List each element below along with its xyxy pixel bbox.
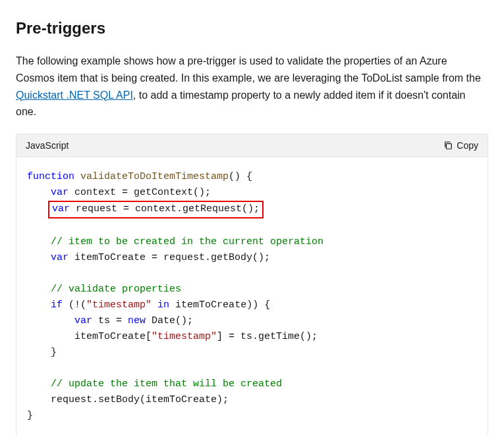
comment: // update the item that will be created <box>51 378 282 390</box>
code-block: JavaScript Copy function validateToDoIte… <box>16 134 488 435</box>
section-heading: Pre-triggers <box>16 16 488 41</box>
kw-in: in <box>157 299 169 311</box>
kw-function: function <box>27 171 74 182</box>
code-text: ts = <box>92 315 128 326</box>
code-text: itemToCreate[ <box>74 331 152 342</box>
code-language-label: JavaScript <box>26 138 69 153</box>
kw-new: new <box>128 315 146 326</box>
fn-name: validateToDoItemTimestamp <box>80 171 229 182</box>
kw-var: var <box>74 315 92 326</box>
code-text: } <box>27 410 33 421</box>
code-text: ] = ts.getTime(); <box>217 331 318 342</box>
code-header: JavaScript Copy <box>16 134 488 157</box>
comment: // validate properties <box>51 284 181 295</box>
code-content: function validateToDoItemTimestamp() { v… <box>16 157 488 435</box>
code-text: } <box>51 347 57 358</box>
string-literal: "timestamp" <box>86 299 152 311</box>
intro-text-1: The following example shows how a pre-tr… <box>16 55 481 84</box>
code-text: () { <box>229 171 252 182</box>
kw-var: var <box>51 252 69 263</box>
intro-paragraph: The following example shows how a pre-tr… <box>16 53 488 120</box>
code-text: itemToCreate)) { <box>169 299 270 311</box>
string-literal: "timestamp" <box>152 331 217 342</box>
svg-rect-0 <box>447 143 452 149</box>
kw-var: var <box>52 203 70 215</box>
code-text: Date(); <box>146 315 193 326</box>
code-text: request = context.getRequest(); <box>70 203 260 215</box>
copy-label: Copy <box>457 140 478 151</box>
copy-icon <box>443 141 453 150</box>
code-text: context = getContext(); <box>69 187 211 198</box>
comment: // item to be created in the current ope… <box>51 236 323 247</box>
kw-if: if <box>51 299 63 311</box>
kw-var: var <box>51 187 69 198</box>
copy-button[interactable]: Copy <box>443 139 478 152</box>
code-text: itemToCreate = request.getBody(); <box>69 252 270 263</box>
code-text: (!( <box>63 299 86 311</box>
quickstart-link[interactable]: Quickstart .NET SQL API <box>16 90 133 101</box>
highlight-box: var request = context.getRequest(); <box>48 201 264 218</box>
code-text: request.setBody(itemToCreate); <box>51 394 229 405</box>
